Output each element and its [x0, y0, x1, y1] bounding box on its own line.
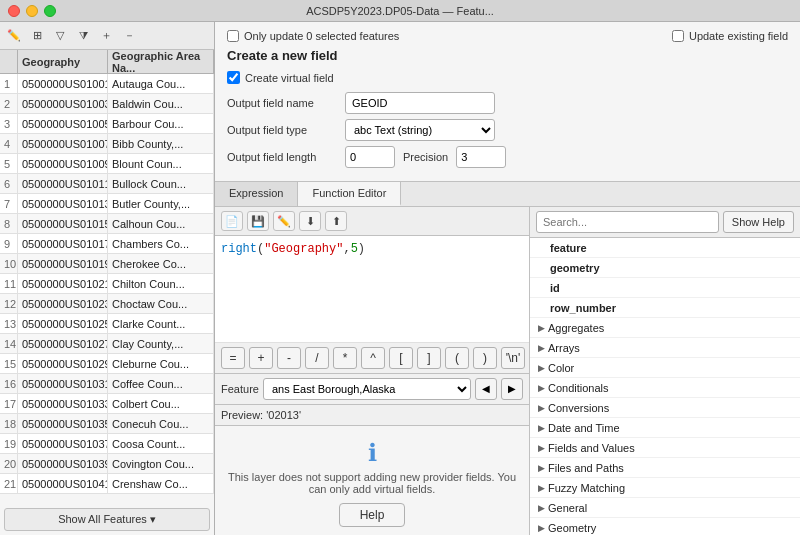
- tree-item[interactable]: row_number: [530, 298, 800, 318]
- precision-input[interactable]: [456, 146, 506, 168]
- cell-geo: 0500000US01031: [18, 374, 108, 393]
- op-open-bracket[interactable]: [: [389, 347, 413, 369]
- table-row[interactable]: 3 0500000US01005 Barbour Cou...: [0, 114, 214, 134]
- table-row[interactable]: 18 0500000US01035 Conecuh Cou...: [0, 414, 214, 434]
- table-row[interactable]: 14 0500000US01027 Clay County,...: [0, 334, 214, 354]
- tree-item[interactable]: id: [530, 278, 800, 298]
- pencil-button[interactable]: ✏️: [4, 26, 24, 46]
- show-help-button[interactable]: Show Help: [723, 211, 794, 233]
- table-row[interactable]: 5 0500000US01009 Blount Coun...: [0, 154, 214, 174]
- tree-item[interactable]: ▶Geometry: [530, 518, 800, 535]
- close-button[interactable]: [8, 5, 20, 17]
- tree-item[interactable]: ▶Files and Paths: [530, 458, 800, 478]
- tree-item[interactable]: ▶Conditionals: [530, 378, 800, 398]
- table-row[interactable]: 17 0500000US01033 Colbert Cou...: [0, 394, 214, 414]
- expand-arrow-icon: ▶: [534, 321, 548, 335]
- table-row[interactable]: 16 0500000US01031 Coffee Coun...: [0, 374, 214, 394]
- tree-item[interactable]: geometry: [530, 258, 800, 278]
- show-all-features-button[interactable]: Show All Features ▾: [4, 508, 210, 531]
- output-field-type-label: Output field type: [227, 124, 337, 136]
- table-row[interactable]: 15 0500000US01029 Cleburne Cou...: [0, 354, 214, 374]
- table-row[interactable]: 20 0500000US01039 Covington Cou...: [0, 454, 214, 474]
- op-plus[interactable]: +: [249, 347, 273, 369]
- table-row[interactable]: 11 0500000US01021 Chilton Coun...: [0, 274, 214, 294]
- tree-item-label: id: [550, 282, 800, 294]
- add-row-button[interactable]: ＋: [96, 26, 116, 46]
- feature-dropdown[interactable]: ans East Borough,Alaska: [263, 378, 471, 400]
- op-close-bracket[interactable]: ]: [417, 347, 441, 369]
- op-minus[interactable]: -: [277, 347, 301, 369]
- table-body: 1 0500000US01001 Autauga Cou... 2 050000…: [0, 74, 214, 504]
- help-button[interactable]: Help: [339, 503, 406, 527]
- output-field-name-input[interactable]: [345, 92, 495, 114]
- tree-item[interactable]: ▶Color: [530, 358, 800, 378]
- filter-button[interactable]: ▽: [50, 26, 70, 46]
- tree-item[interactable]: ▶Date and Time: [530, 418, 800, 438]
- op-caret[interactable]: ^: [361, 347, 385, 369]
- cell-geo: 0500000US01017: [18, 234, 108, 253]
- op-equals[interactable]: =: [221, 347, 245, 369]
- cell-geo: 0500000US01041: [18, 474, 108, 493]
- table-row[interactable]: 12 0500000US01023 Choctaw Cou...: [0, 294, 214, 314]
- tree-item[interactable]: ▶General: [530, 498, 800, 518]
- maximize-button[interactable]: [44, 5, 56, 17]
- only-update-checkbox[interactable]: [227, 30, 239, 42]
- table-row[interactable]: 10 0500000US01019 Cherokee Co...: [0, 254, 214, 274]
- op-divide[interactable]: /: [305, 347, 329, 369]
- save-expr-button[interactable]: 💾: [247, 211, 269, 231]
- tab-function-editor[interactable]: Function Editor: [298, 182, 401, 206]
- op-multiply[interactable]: *: [333, 347, 357, 369]
- tree-list: featuregeometryidrow_number▶Aggregates▶A…: [530, 238, 800, 535]
- tab-expression[interactable]: Expression: [215, 182, 298, 206]
- funnel-button[interactable]: ⧩: [73, 26, 93, 46]
- top-options: Only update 0 selected features Update e…: [227, 30, 788, 42]
- output-field-length-input[interactable]: [345, 146, 395, 168]
- minimize-button[interactable]: [26, 5, 38, 17]
- prev-feature-button[interactable]: ◀: [475, 378, 497, 400]
- op-newline[interactable]: '\n': [501, 347, 525, 369]
- table-row[interactable]: 7 0500000US01013 Butler County,...: [0, 194, 214, 214]
- search-input[interactable]: [536, 211, 719, 233]
- table-row[interactable]: 13 0500000US01025 Clarke Count...: [0, 314, 214, 334]
- op-close-paren[interactable]: ): [473, 347, 497, 369]
- edit-expr-button[interactable]: ✏️: [273, 211, 295, 231]
- update-existing-checkbox[interactable]: [672, 30, 684, 42]
- tree-item[interactable]: ▶Fields and Values: [530, 438, 800, 458]
- table-row[interactable]: 4 0500000US01007 Bibb County,...: [0, 134, 214, 154]
- table-row[interactable]: 19 0500000US01037 Coosa Count...: [0, 434, 214, 454]
- create-virtual-checkbox[interactable]: [227, 71, 240, 84]
- next-feature-button[interactable]: ▶: [501, 378, 523, 400]
- window-title: ACSDP5Y2023.DP05-Data — Featu...: [306, 5, 494, 17]
- cell-geo: 0500000US01019: [18, 254, 108, 273]
- table-row[interactable]: 6 0500000US01011 Bullock Coun...: [0, 174, 214, 194]
- table-row[interactable]: 9 0500000US01017 Chambers Co...: [0, 234, 214, 254]
- tree-item[interactable]: feature: [530, 238, 800, 258]
- new-expr-button[interactable]: 📄: [221, 211, 243, 231]
- remove-row-button[interactable]: －: [119, 26, 139, 46]
- cell-geo: 0500000US01001: [18, 74, 108, 93]
- cell-geo: 0500000US01005: [18, 114, 108, 133]
- output-field-type-select[interactable]: abc Text (string): [345, 119, 495, 141]
- tree-item[interactable]: ▶Fuzzy Matching: [530, 478, 800, 498]
- col-header-geography: Geography: [18, 50, 108, 73]
- cell-name: Choctaw Cou...: [108, 294, 214, 313]
- tree-item[interactable]: ▶Conversions: [530, 398, 800, 418]
- tree-item-label: Color: [548, 362, 800, 374]
- table-row[interactable]: 2 0500000US01003 Baldwin Cou...: [0, 94, 214, 114]
- tree-item[interactable]: ▶Aggregates: [530, 318, 800, 338]
- table-button[interactable]: ⊞: [27, 26, 47, 46]
- tree-item-label: Conditionals: [548, 382, 800, 394]
- cell-name: Conecuh Cou...: [108, 414, 214, 433]
- output-field-length-row: Output field length Precision: [227, 146, 788, 168]
- import-expr-button[interactable]: ⬇: [299, 211, 321, 231]
- cell-name: Barbour Cou...: [108, 114, 214, 133]
- tree-item[interactable]: ▶Arrays: [530, 338, 800, 358]
- table-row[interactable]: 21 0500000US01041 Crenshaw Co...: [0, 474, 214, 494]
- code-editor[interactable]: right("Geography",5): [215, 236, 529, 343]
- export-expr-button[interactable]: ⬆: [325, 211, 347, 231]
- op-open-paren[interactable]: (: [445, 347, 469, 369]
- precision-label: Precision: [403, 151, 448, 163]
- table-row[interactable]: 1 0500000US01001 Autauga Cou...: [0, 74, 214, 94]
- table-row[interactable]: 8 0500000US01015 Calhoun Cou...: [0, 214, 214, 234]
- cell-name: Bullock Coun...: [108, 174, 214, 193]
